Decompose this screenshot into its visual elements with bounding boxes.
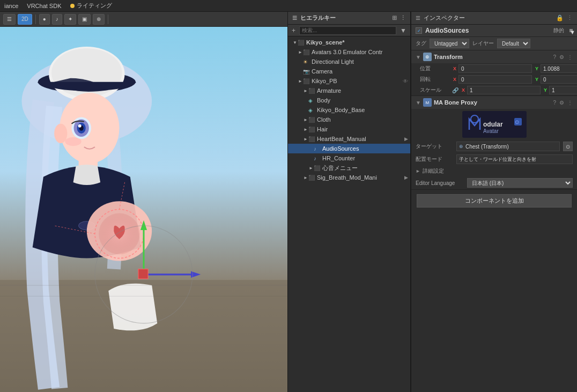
lighting-label[interactable]: ライティング — [77, 2, 112, 10]
pos-y-label: Y — [534, 66, 539, 71]
tree-item-heartbeat-manual[interactable]: ► ⬛ HeartBeat_Manual ▶ — [288, 134, 410, 144]
menu-vrchat-sdk[interactable]: VRChat SDK — [27, 3, 61, 9]
rotation-label: 回転 — [420, 76, 452, 83]
hierarchy-options-btn[interactable]: ▼ — [398, 25, 408, 36]
hierarchy-lock-icon[interactable]: ⊞ — [392, 14, 397, 21]
gizmo-btn[interactable]: ⊕ — [93, 14, 105, 25]
svg-point-14 — [54, 124, 67, 143]
tree-item-hair[interactable]: ► ⬛ Hair — [288, 124, 410, 134]
tree-item-avatars[interactable]: ► ⬛ Avatars 3.0 Emulator Contr — [288, 47, 410, 57]
ma-attach-row: 配置モード 子として・ワールド位置と向きを射 — [411, 153, 577, 166]
scale-lock-icon[interactable]: 🔗 — [452, 87, 458, 93]
tree-arrow-avatars: ► — [298, 50, 303, 55]
add-component-button[interactable]: コンポーネントを追加 — [417, 194, 572, 208]
detail-label: 詳細設定 — [423, 167, 444, 175]
effect-btn[interactable]: ✦ — [64, 14, 76, 25]
position-x-input[interactable] — [458, 64, 532, 73]
ma-bone-proxy-header[interactable]: ▼ M MA Bone Proxy ? ⚙ ⋮ — [411, 96, 577, 109]
tree-item-hr-counter[interactable]: ♪ HR_Counter — [288, 153, 410, 163]
tree-item-cloth[interactable]: ► ⬛ Cloth — [288, 115, 410, 124]
scale-x-group: X — [461, 86, 541, 94]
tree-arrow-hr-counter — [308, 156, 314, 161]
tree-item-heart-menu[interactable]: ► ⬛ 心音メニュー — [288, 163, 410, 173]
tree-label-camera: Camera — [312, 68, 332, 75]
menu-iance[interactable]: iance — [4, 3, 18, 9]
inspector-menu-icon[interactable]: ⋮ — [567, 14, 573, 21]
position-row: 位置 X Y Z — [411, 63, 577, 74]
hierarchy-header: ☰ ヒエラルキー ⊞ ⋮ — [288, 12, 410, 25]
tree-item-armature[interactable]: ► ⬛ Armature — [288, 86, 410, 95]
hierarchy-panel: ☰ ヒエラルキー ⊞ ⋮ + ▼ ▼ ⬛ Kikyo_scene* ► ⬛ — [287, 12, 411, 392]
eye-icon-kikyo-pb[interactable]: 👁 — [403, 78, 408, 84]
ma-help-icon[interactable]: ? — [553, 100, 556, 106]
layer-label: レイヤー — [472, 40, 494, 47]
scene-view[interactable]: ☰ 2D ● ♪ ✦ ▣ ⊕ Right X Y — [0, 12, 287, 392]
hierarchy-title: ヒエラルキー — [300, 14, 336, 22]
lighting-badge: ライティング — [70, 2, 112, 10]
tree-item-directional-light[interactable]: ☀ Directional Light — [288, 57, 410, 66]
transform-header[interactable]: ▼ ⊕ Transform ? ⚙ ⋮ — [411, 50, 577, 63]
ma-settings-icon[interactable]: ⚙ — [559, 100, 564, 106]
ma-attach-value[interactable]: 子として・ワールド位置と向きを射 — [456, 154, 573, 164]
hierarchy-menu-icon[interactable]: ⋮ — [400, 14, 406, 21]
tree-arrow-heart-menu: ► — [308, 166, 314, 171]
tag-label: タグ — [416, 40, 426, 47]
tree-item-sig-breath[interactable]: ► ⬛ Sig_Breath_Mod_Mani ▶ — [288, 173, 410, 182]
scale-row: スケール 🔗 X Y — [411, 85, 577, 95]
ma-header-icons: ? ⚙ ⋮ — [553, 100, 573, 106]
position-y-input[interactable] — [541, 64, 577, 73]
tree-label-cloth: Cloth — [317, 116, 331, 123]
layer-dropdown[interactable]: Default — [497, 39, 530, 48]
inspector-scroll[interactable]: ✓ AudioSources 静的 ▼ タグ Untagged レイヤー Def… — [411, 25, 577, 392]
static-dropdown-icon[interactable]: ▼ — [569, 29, 573, 32]
tree-item-body[interactable]: ◈ Body — [288, 95, 410, 105]
tree-cube-icon-kikyo-pb: ⬛ — [303, 78, 310, 84]
transform-menu-icon[interactable]: ⋮ — [567, 54, 573, 60]
transform-help-icon[interactable]: ? — [553, 54, 556, 60]
position-label: 位置 — [420, 65, 452, 72]
transform-header-icons: ? ⚙ ⋮ — [553, 54, 573, 60]
lang-select[interactable]: 日本語 (日本) — [467, 178, 573, 188]
hierarchy-search[interactable] — [299, 26, 396, 35]
position-values: X Y Z — [452, 64, 577, 73]
light-toggle-btn[interactable]: ● — [39, 14, 50, 25]
component-name: AudioSources — [425, 27, 550, 34]
svg-rect-32 — [138, 269, 148, 279]
ma-menu-icon[interactable]: ⋮ — [567, 100, 573, 106]
tree-item-audiosources[interactable]: ♪ AudioSources — [288, 144, 410, 153]
scale-y-input[interactable] — [549, 86, 577, 94]
tree-arrow-right-sig-breath: ▶ — [404, 175, 408, 180]
audio-btn[interactable]: ♪ — [52, 14, 62, 25]
svg-text:⊙: ⊙ — [515, 119, 519, 125]
ma-target-select-btn[interactable]: ⊙ — [563, 142, 573, 151]
tree-item-kikyo-scene[interactable]: ▼ ⬛ Kikyo_scene* — [288, 38, 410, 47]
detail-row[interactable]: ► 詳細設定 — [411, 166, 577, 176]
tree-arrow-kikyo-body-base — [303, 108, 308, 113]
rotation-y-input[interactable] — [541, 75, 577, 84]
tag-dropdown[interactable]: Untagged — [430, 39, 469, 48]
ma-logo-area: odular Avatar ⊙ — [462, 111, 527, 138]
tree-label-hair: Hair — [317, 126, 328, 132]
transform-settings-icon[interactable]: ⚙ — [559, 54, 564, 60]
rotation-x-input[interactable] — [458, 75, 532, 84]
scale-x-input[interactable] — [467, 86, 541, 94]
svg-point-19 — [78, 124, 82, 128]
hand-tool-btn[interactable]: ☰ — [3, 14, 16, 25]
tag-layer-row: タグ Untagged レイヤー Default — [411, 37, 577, 50]
tree-cube-icon-heart-menu: ⬛ — [314, 165, 321, 171]
tree-cube-icon-avatars: ⬛ — [303, 49, 310, 55]
transform-title: Transform — [434, 54, 551, 60]
hierarchy-add-btn[interactable]: + — [290, 25, 297, 36]
tree-item-kikyo-body-base[interactable]: ◈ Kikyo_Body_Base — [288, 105, 410, 115]
tree-item-kikyo-pb[interactable]: ► ⬛ Kikyo_PB 👁 — [288, 76, 410, 86]
inspector-lock-icon[interactable]: 🔒 — [556, 14, 564, 21]
transform-section: ▼ ⊕ Transform ? ⚙ ⋮ 位置 X — [411, 50, 577, 96]
camera-btn[interactable]: ▣ — [78, 14, 91, 25]
tree-item-camera[interactable]: 📷 Camera — [288, 66, 410, 76]
tree-label-kikyo-scene: Kikyo_scene* — [306, 39, 345, 46]
lang-label: Editor Language — [416, 180, 464, 186]
component-enabled-checkbox[interactable]: ✓ — [416, 27, 422, 34]
scale-y-label: Y — [543, 87, 548, 93]
2d-toggle-btn[interactable]: 2D — [18, 14, 32, 25]
tree-cube-icon-hair: ⬛ — [308, 127, 316, 132]
